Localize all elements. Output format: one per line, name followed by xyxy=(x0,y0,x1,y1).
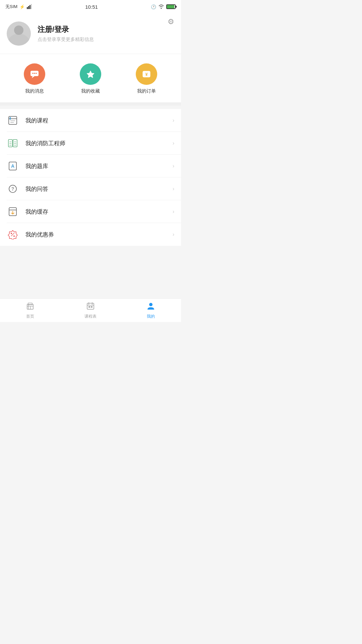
status-time: 10:51 xyxy=(85,4,98,10)
home-icon xyxy=(26,302,35,312)
fire-engineer-label: 我的消防工程师 xyxy=(25,140,173,147)
svg-point-36 xyxy=(13,235,15,237)
favorites-icon-circle xyxy=(80,63,101,85)
nav-schedule[interactable]: 课程表 xyxy=(60,302,121,319)
question-bank-chevron: › xyxy=(173,163,174,169)
profile-name: 注册/登录 xyxy=(38,24,94,35)
svg-rect-42 xyxy=(87,303,94,309)
home-label: 首页 xyxy=(26,314,34,319)
signal-icon xyxy=(27,4,32,10)
menu-item-coupons[interactable]: 我的优惠券 › xyxy=(0,223,181,246)
qa-icon: ? xyxy=(7,183,19,195)
svg-point-4 xyxy=(7,34,31,46)
section-gap-1 xyxy=(0,102,181,106)
clock-icon: 🕐 xyxy=(151,4,156,9)
cache-chevron: › xyxy=(173,209,174,215)
cache-label: 我的缓存 xyxy=(25,208,173,216)
fire-engineer-chevron: › xyxy=(173,140,174,146)
courses-icon xyxy=(7,114,19,126)
messages-label: 我的消息 xyxy=(25,88,44,94)
nav-mine[interactable]: 我的 xyxy=(121,302,181,319)
svg-text:?: ? xyxy=(11,186,14,192)
fire-engineer-icon xyxy=(7,137,19,149)
favorites-label: 我的收藏 xyxy=(81,88,100,94)
svg-rect-9 xyxy=(34,73,35,74)
svg-marker-33 xyxy=(8,230,17,239)
profile-row[interactable]: 注册/登录 点击登录享受更多精彩信息 xyxy=(7,21,174,46)
mine-label: 我的 xyxy=(147,314,155,319)
schedule-label: 课程表 xyxy=(84,314,97,319)
svg-rect-1 xyxy=(28,6,29,9)
messages-icon-circle xyxy=(24,63,45,85)
svg-rect-46 xyxy=(88,306,90,308)
svg-rect-16 xyxy=(10,117,11,120)
menu-item-cache[interactable]: 我的缓存 › xyxy=(0,200,181,223)
svg-rect-47 xyxy=(91,306,93,308)
question-bank-label: 我的题库 xyxy=(25,162,173,170)
menu-item-courses[interactable]: 我的课程 › xyxy=(0,109,181,132)
svg-point-48 xyxy=(149,303,153,306)
orders-icon-circle: ¥ xyxy=(136,63,157,85)
nav-home[interactable]: 首页 xyxy=(0,302,60,319)
status-bar: 无SIM ⚡ 10:51 🕐 xyxy=(0,0,181,13)
battery-icon xyxy=(166,4,176,9)
svg-point-35 xyxy=(11,233,12,234)
svg-rect-20 xyxy=(13,140,17,147)
action-favorites[interactable]: 我的收藏 xyxy=(80,63,101,94)
svg-rect-8 xyxy=(32,73,34,74)
coupons-chevron: › xyxy=(173,231,174,237)
svg-rect-10 xyxy=(36,73,37,74)
svg-marker-11 xyxy=(87,71,94,78)
svg-rect-0 xyxy=(27,7,28,9)
svg-text:¥: ¥ xyxy=(145,72,148,77)
header-section: ⚙ 注册/登录 点击登录享受更多精彩信息 xyxy=(0,13,181,54)
coupons-icon xyxy=(7,228,19,240)
bottom-nav: 首页 课程表 我的 xyxy=(0,299,181,322)
svg-marker-7 xyxy=(32,76,35,78)
mine-icon xyxy=(146,302,155,312)
profile-subtitle: 点击登录享受更多精彩信息 xyxy=(38,37,94,43)
cache-icon xyxy=(7,206,19,218)
svg-point-5 xyxy=(14,25,23,35)
no-sim-text: 无SIM xyxy=(5,4,17,10)
qa-chevron: › xyxy=(173,186,174,192)
profile-info: 注册/登录 点击登录享受更多精彩信息 xyxy=(38,24,94,43)
svg-rect-19 xyxy=(8,140,12,147)
svg-text:A: A xyxy=(11,163,14,169)
courses-label: 我的课程 xyxy=(25,117,173,124)
orders-label: 我的订单 xyxy=(137,88,156,94)
courses-chevron: › xyxy=(173,117,174,123)
status-right: 🕐 xyxy=(151,4,176,10)
coupons-label: 我的优惠券 xyxy=(25,231,173,238)
avatar xyxy=(7,21,31,46)
quick-actions: 我的消息 我的收藏 ¥ 我的订单 xyxy=(0,54,181,102)
schedule-icon xyxy=(86,302,95,312)
menu-item-qa[interactable]: ? 我的问答 › xyxy=(0,177,181,200)
svg-rect-2 xyxy=(29,5,31,9)
wifi-icon xyxy=(158,4,164,10)
question-bank-icon: A xyxy=(7,160,19,172)
menu-section: 我的课程 › 我的消防工程师 › A 我的题库 xyxy=(0,109,181,246)
svg-rect-3 xyxy=(31,4,32,9)
status-left: 无SIM ⚡ xyxy=(5,4,32,10)
usb-icon: ⚡ xyxy=(19,4,25,9)
settings-button[interactable]: ⚙ xyxy=(168,17,174,26)
menu-item-question-bank[interactable]: A 我的题库 › xyxy=(0,155,181,177)
action-messages[interactable]: 我的消息 xyxy=(24,63,45,94)
action-orders[interactable]: ¥ 我的订单 xyxy=(136,63,157,94)
menu-item-fire-engineer[interactable]: 我的消防工程师 › xyxy=(0,132,181,155)
qa-label: 我的问答 xyxy=(25,185,173,193)
svg-rect-41 xyxy=(28,303,32,305)
